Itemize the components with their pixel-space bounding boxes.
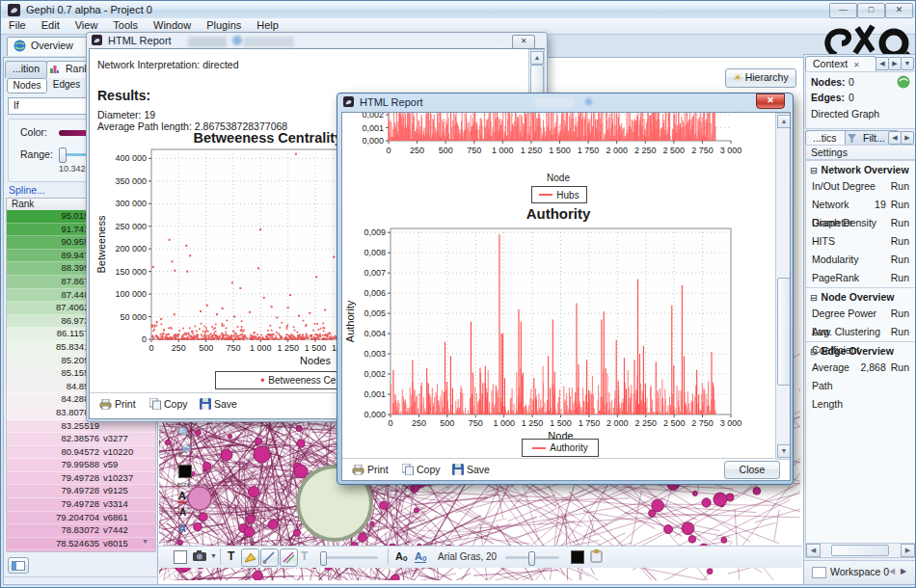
rank-node-id: v6724	[99, 550, 128, 552]
table-row[interactable]: 78.05341v6724	[7, 550, 155, 552]
menu-file[interactable]: File	[1, 18, 34, 34]
text-tool-icon[interactable]: T	[228, 549, 234, 563]
run-button[interactable]: Run	[891, 214, 909, 232]
spline-link[interactable]: Spline...	[9, 184, 45, 196]
refresh-globe-icon[interactable]	[897, 75, 910, 89]
table-scroll-down-icon[interactable]: ▼	[142, 538, 148, 545]
range-slider-thumb[interactable]	[59, 147, 67, 163]
save-button[interactable]: Save	[452, 464, 490, 475]
report-back-close-icon[interactable]: ✕	[512, 35, 535, 49]
panel-nav-right-icon[interactable]: ▶	[901, 131, 914, 145]
scroll-thumb[interactable]	[831, 545, 889, 556]
background-color-swatch[interactable]	[178, 465, 192, 478]
camera-dropdown-icon[interactable]: ▼	[210, 552, 217, 559]
table-row[interactable]: 79.49728v9125	[7, 485, 155, 498]
edge-color-toggle[interactable]	[280, 548, 298, 567]
dock-menu-icon[interactable]: ▼	[901, 57, 914, 70]
tab-close-icon[interactable]: ✕	[853, 61, 860, 69]
zoom-in-icon[interactable]: 🔍	[177, 426, 192, 440]
print-button[interactable]: Print	[99, 398, 136, 410]
maximize-button[interactable]: □	[857, 3, 885, 18]
print-button[interactable]: Print	[352, 464, 389, 475]
table-row[interactable]: 79.204704v6861	[7, 512, 155, 525]
report-front-close-icon[interactable]: ✕	[756, 94, 785, 109]
close-report-button[interactable]: Close	[724, 461, 780, 479]
run-button[interactable]: Run	[891, 323, 909, 341]
scroll-right-icon[interactable]: ▶	[901, 544, 915, 557]
run-button[interactable]: Run	[891, 232, 909, 251]
close-button[interactable]: ✕	[885, 3, 913, 18]
rank-value: 79.49728	[7, 485, 99, 497]
svg-text:0: 0	[142, 334, 147, 344]
edge-weight-slider-track[interactable]	[320, 556, 378, 559]
print-icon	[352, 465, 364, 475]
tab-partition[interactable]: ...ition	[5, 61, 47, 78]
label-font-icon[interactable]: A	[178, 522, 186, 534]
menu-edit[interactable]: Edit	[34, 18, 67, 34]
zoom-out-icon[interactable]: 🔎	[177, 443, 192, 457]
workspace-next-icon[interactable]: ▶	[901, 567, 906, 575]
save-button[interactable]: Save	[200, 398, 237, 410]
report-front-vscrollbar[interactable]: ▲ ▼	[775, 113, 791, 460]
clipboard-icon[interactable]	[590, 549, 603, 563]
report-front-titlebar[interactable]: HTML Report ✕	[337, 94, 793, 112]
report-back-titlebar[interactable]: HTML Report ✕	[87, 33, 547, 48]
label-color-icon[interactable]: A	[178, 490, 186, 503]
screenshot-camera-icon[interactable]	[193, 550, 208, 562]
run-button[interactable]: Run	[891, 196, 909, 214]
panel-nav-left-icon[interactable]: ◀	[888, 131, 902, 145]
section-header[interactable]: ⊟Node Overview	[806, 287, 915, 305]
copy-button[interactable]: Copy	[149, 398, 188, 410]
svg-text:0,000: 0,000	[364, 410, 386, 419]
scroll-left-icon[interactable]: ◀	[806, 544, 821, 557]
rank-value: 79.49728	[7, 472, 99, 485]
font-size-minus-icon[interactable]: Aₒ	[395, 550, 407, 562]
table-row[interactable]: 79.49728v3314	[7, 498, 155, 512]
dock-right-icon[interactable]: ▶	[888, 57, 902, 70]
scroll-up-icon[interactable]: ▲	[777, 115, 791, 128]
app-titlebar[interactable]: Gephi 0.7 alpha - Project 0 — □ ✕	[1, 1, 916, 19]
dock-left-icon[interactable]: ◀	[876, 57, 889, 70]
edge-weight-slider-thumb[interactable]	[320, 551, 327, 566]
font-scale-slider-thumb[interactable]	[528, 551, 535, 566]
scroll-down-icon[interactable]: ▼	[777, 444, 791, 458]
run-button[interactable]: Run	[891, 251, 909, 269]
stats-hscrollbar[interactable]: ◀ ▶	[805, 543, 916, 558]
copy-button[interactable]: Copy	[402, 464, 441, 475]
collapse-icon[interactable]: ⊟	[810, 347, 818, 357]
hierarchy-button[interactable]: ☀ Hierarchy	[725, 68, 796, 88]
hierarchy-button-label: Hierarchy	[745, 71, 789, 83]
label-color-swatch[interactable]	[571, 550, 584, 564]
background-white-swatch[interactable]	[174, 550, 187, 564]
gephi-application-window: Gephi 0.7 alpha - Project 0 — □ ✕ FileEd…	[0, 0, 916, 588]
subtab-nodes[interactable]: Nodes	[7, 78, 47, 94]
scroll-up-icon[interactable]: ▲	[530, 51, 544, 65]
scroll-thumb[interactable]	[777, 278, 791, 386]
run-button[interactable]: Run	[891, 269, 909, 287]
table-row[interactable]: 82.38576v3277	[7, 433, 155, 446]
section-header[interactable]: ⊟Network Overview	[806, 160, 915, 177]
run-button[interactable]: Run	[891, 359, 909, 377]
run-button[interactable]: Run	[891, 305, 909, 323]
table-row[interactable]: 78.524635v8015	[7, 538, 155, 551]
panel-toggle-button[interactable]	[8, 557, 29, 574]
node-label-toggle[interactable]	[241, 548, 259, 567]
workspace-prev-icon[interactable]: ◀	[889, 567, 895, 575]
tab-overview[interactable]: Overview	[7, 37, 92, 56]
workspace-statusbar: Workspace 0 ◀ ▶	[804, 560, 915, 584]
minimize-button[interactable]: —	[829, 3, 857, 18]
tab-context[interactable]: Context ✕	[805, 56, 876, 72]
collapse-icon[interactable]: ⊟	[810, 166, 818, 175]
run-button[interactable]: Run	[891, 177, 909, 196]
collapse-icon[interactable]: ⊟	[810, 293, 818, 303]
context-content: Nodes: 0 Edges: 0 Directed Graph	[805, 71, 916, 129]
table-row[interactable]: 78.83072v7442	[7, 524, 155, 538]
font-color-icon[interactable]: Aₒ	[415, 550, 426, 563]
table-row[interactable]: 79.49728v10237	[7, 472, 155, 486]
table-row[interactable]: 80.94572v10220	[7, 446, 155, 460]
label-size-icon[interactable]: A	[179, 507, 186, 518]
subtab-edges[interactable]: Edges	[47, 78, 86, 92]
table-row[interactable]: 79.99588v59	[7, 459, 155, 472]
font-name-label[interactable]: Arial Gras, 20	[438, 551, 497, 562]
edge-display-toggle[interactable]	[260, 548, 279, 567]
